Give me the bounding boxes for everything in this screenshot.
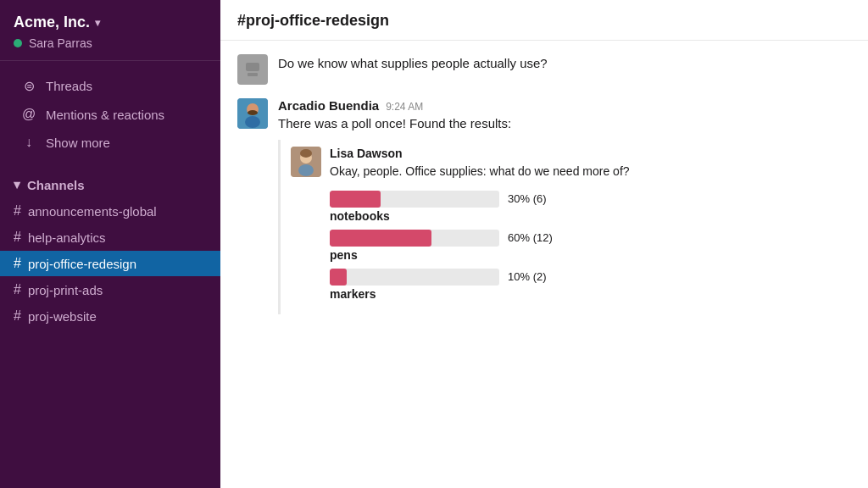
- sidebar-item-help-analytics[interactable]: # help-analytics: [0, 225, 220, 250]
- poll-bar-row: 60% (12): [330, 230, 841, 247]
- sidebar-item-mentions[interactable]: @ Mentions & reactions: [7, 101, 214, 128]
- poll-bar-fill: [330, 230, 431, 247]
- channel-name: help-analytics: [28, 230, 106, 245]
- avatar: [237, 98, 268, 129]
- sidebar-item-label: Threads: [46, 79, 92, 93]
- quoted-avatar: [291, 147, 321, 177]
- svg-rect-0: [246, 63, 259, 71]
- message-text: There was a poll once! Found the results…: [278, 114, 851, 133]
- svg-point-4: [248, 110, 258, 115]
- sidebar-item-threads[interactable]: ⊜ Threads: [7, 72, 214, 100]
- channel-name: proj-website: [28, 309, 97, 324]
- workspace-chevron-icon: ▾: [95, 17, 100, 29]
- poll-item-label: pens: [330, 248, 841, 262]
- hash-icon: #: [14, 203, 21, 219]
- poll-item-label: markers: [330, 287, 841, 301]
- sidebar-item-label: Mentions & reactions: [46, 108, 164, 122]
- quoted-message: Lisa Dawson Okay, people. Office supplie…: [278, 140, 851, 314]
- poll-percent-label: 30% (6): [508, 192, 559, 205]
- hash-icon: #: [14, 308, 21, 324]
- messages-area: Do we know what supplies people actually…: [220, 41, 868, 488]
- sidebar-item-announcements-global[interactable]: # announcements-global: [0, 198, 220, 224]
- channel-header: #proj-office-redesign: [220, 0, 868, 41]
- user-status: Sara Parras: [14, 36, 207, 50]
- online-status-dot: [14, 39, 22, 47]
- poll-bar-track: [330, 230, 499, 247]
- sidebar: Acme, Inc. ▾ Sara Parras ⊜ Threads @ Men…: [0, 0, 220, 488]
- poll-bar-row: 30% (6): [330, 191, 841, 208]
- table-row: Do we know what supplies people actually…: [237, 54, 851, 85]
- threads-icon: ⊜: [20, 78, 37, 94]
- poll-bar-track: [330, 269, 499, 286]
- message-body: Do we know what supplies people actually…: [278, 54, 851, 73]
- mentions-icon: @: [20, 107, 37, 122]
- workspace-name[interactable]: Acme, Inc. ▾: [14, 14, 207, 31]
- svg-point-5: [245, 116, 260, 128]
- message-text: Do we know what supplies people actually…: [278, 54, 851, 73]
- channel-name: proj-office-redesign: [28, 257, 136, 271]
- poll-item-markers: 10% (2) markers: [330, 269, 841, 301]
- poll-item-pens: 60% (12) pens: [330, 230, 841, 262]
- poll-bar-track: [330, 191, 499, 208]
- message-body: Arcadio Buendia 9:24 AM There was a poll…: [278, 98, 851, 314]
- poll-percent-label: 60% (12): [508, 231, 559, 244]
- channel-name: announcements-global: [28, 204, 157, 219]
- quoted-body: Lisa Dawson Okay, people. Office supplie…: [330, 147, 841, 308]
- quoted-text: Okay, people. Office supplies: what do w…: [330, 164, 841, 180]
- channel-name: proj-print-ads: [28, 283, 103, 297]
- hash-icon: #: [14, 282, 21, 297]
- avatar: [237, 54, 268, 85]
- main-content: #proj-office-redesign Do we know what su…: [220, 0, 868, 488]
- sidebar-item-proj-print-ads[interactable]: # proj-print-ads: [0, 277, 220, 302]
- message-time: 9:24 AM: [386, 101, 423, 113]
- channel-list: # announcements-global # help-analytics …: [0, 197, 220, 330]
- sidebar-item-proj-website[interactable]: # proj-website: [0, 303, 220, 329]
- channels-section-label: Channels: [27, 178, 85, 192]
- svg-rect-1: [248, 73, 258, 76]
- sidebar-item-more[interactable]: ↓ Show more: [7, 129, 214, 156]
- sidebar-nav: ⊜ Threads @ Mentions & reactions ↓ Show …: [0, 61, 220, 167]
- table-row: Arcadio Buendia 9:24 AM There was a poll…: [237, 98, 851, 314]
- poll-bar-fill: [330, 191, 381, 208]
- sidebar-header: Acme, Inc. ▾ Sara Parras: [0, 0, 220, 61]
- poll-bar-fill: [330, 269, 347, 286]
- show-more-icon: ↓: [20, 135, 37, 150]
- poll-percent-label: 10% (2): [508, 270, 559, 283]
- sidebar-item-proj-office-redesign[interactable]: # proj-office-redesign: [0, 251, 220, 276]
- poll-item-label: notebooks: [330, 209, 841, 223]
- quoted-author: Lisa Dawson: [330, 147, 841, 160]
- username-label: Sara Parras: [29, 36, 92, 50]
- channels-collapse-icon: ▾: [14, 177, 20, 192]
- svg-point-9: [298, 164, 314, 176]
- channels-section-header[interactable]: ▾ Channels: [0, 167, 220, 197]
- channel-title: #proj-office-redesign: [237, 12, 851, 30]
- hash-icon: #: [14, 230, 21, 245]
- message-meta: Arcadio Buendia 9:24 AM: [278, 98, 851, 113]
- message-author: Arcadio Buendia: [278, 98, 379, 113]
- sidebar-item-label: Show more: [46, 136, 110, 150]
- poll-bar-row: 10% (2): [330, 269, 841, 286]
- svg-point-8: [300, 149, 312, 158]
- poll-item-notebooks: 30% (6) notebooks: [330, 191, 841, 223]
- workspace-name-text: Acme, Inc.: [14, 14, 90, 31]
- hash-icon: #: [14, 256, 21, 271]
